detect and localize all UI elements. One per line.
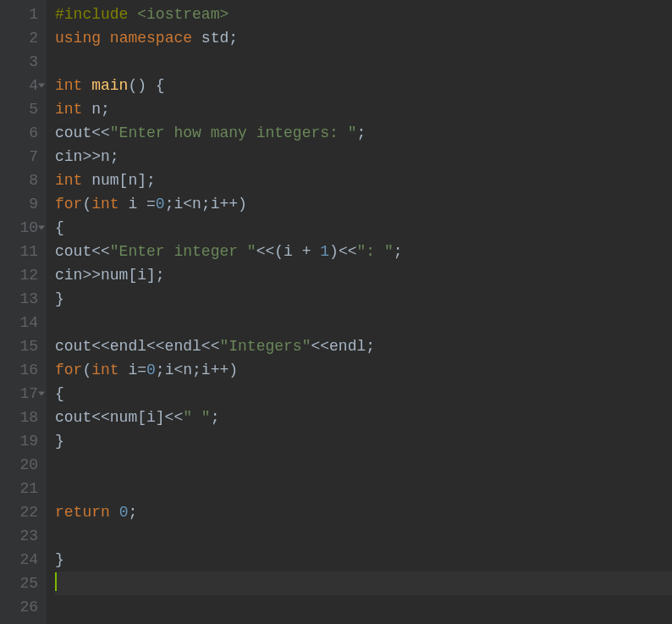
line-number[interactable]: 12 (7, 263, 38, 287)
code-line[interactable]: } (55, 429, 672, 453)
code-line[interactable]: cout<<num[i]<<" "; (55, 406, 672, 429)
line-number[interactable]: 21 (7, 477, 38, 500)
line-number[interactable]: 24 (7, 548, 38, 572)
line-number[interactable]: 14 (7, 311, 38, 334)
line-number[interactable]: 16 (7, 358, 38, 382)
code-line[interactable]: #include <iostream> (55, 3, 672, 26)
code-line[interactable]: for(int i=0;i<n;i++) (55, 358, 672, 382)
code-line-active[interactable] (55, 572, 672, 595)
line-gutter: 1 2 3 4 5 6 7 8 9 10 11 12 13 14 15 16 1… (0, 0, 47, 624)
code-line[interactable]: cout<<"Enter integer "<<(i + 1)<<": "; (55, 240, 672, 263)
code-line[interactable]: cout<<"Enter how many integers: "; (55, 121, 672, 145)
code-line[interactable]: int n; (55, 97, 672, 121)
line-number[interactable]: 13 (7, 287, 38, 311)
code-line[interactable]: int main() { (55, 74, 672, 97)
line-number[interactable]: 2 (7, 26, 38, 50)
line-number[interactable]: 4 (7, 74, 38, 97)
line-number[interactable]: 9 (7, 192, 38, 216)
code-line[interactable] (55, 477, 672, 500)
code-line[interactable]: } (55, 287, 672, 311)
line-number[interactable]: 6 (7, 121, 38, 145)
line-number[interactable]: 25 (7, 572, 38, 595)
line-number[interactable]: 7 (7, 145, 38, 168)
line-number[interactable]: 11 (7, 240, 38, 263)
fold-marker-icon[interactable] (38, 226, 45, 230)
line-number[interactable]: 1 (7, 3, 38, 26)
code-line[interactable] (55, 453, 672, 477)
line-number[interactable]: 8 (7, 168, 38, 192)
code-line[interactable]: cin>>num[i]; (55, 263, 672, 287)
code-line[interactable]: int num[n]; (55, 168, 672, 192)
code-line[interactable] (55, 595, 672, 619)
line-number[interactable]: 18 (7, 406, 38, 429)
fold-marker-icon[interactable] (38, 392, 45, 396)
code-line[interactable] (55, 50, 672, 74)
code-line[interactable]: cout<<endl<<endl<<"Integers"<<endl; (55, 334, 672, 358)
line-number[interactable]: 3 (7, 50, 38, 74)
code-line[interactable]: cin>>n; (55, 145, 672, 168)
code-line[interactable]: return 0; (55, 500, 672, 524)
line-number[interactable]: 5 (7, 97, 38, 121)
code-line[interactable]: } (55, 548, 672, 572)
line-number[interactable]: 17 (7, 382, 38, 406)
code-line[interactable] (55, 311, 672, 334)
line-number[interactable]: 23 (7, 524, 38, 548)
code-line[interactable]: using namespace std; (55, 26, 672, 50)
line-number[interactable]: 15 (7, 334, 38, 358)
code-editor: 1 2 3 4 5 6 7 8 9 10 11 12 13 14 15 16 1… (0, 0, 672, 624)
text-cursor (55, 572, 57, 591)
code-line[interactable]: { (55, 382, 672, 406)
code-line[interactable] (55, 524, 672, 548)
line-number[interactable]: 19 (7, 429, 38, 453)
code-line[interactable]: { (55, 216, 672, 240)
code-area[interactable]: #include <iostream> using namespace std;… (47, 0, 672, 624)
line-number[interactable]: 26 (7, 595, 38, 619)
line-number[interactable]: 22 (7, 500, 38, 524)
fold-marker-icon[interactable] (38, 84, 45, 88)
code-line[interactable]: for(int i =0;i<n;i++) (55, 192, 672, 216)
line-number[interactable]: 20 (7, 453, 38, 477)
line-number[interactable]: 10 (7, 216, 38, 240)
